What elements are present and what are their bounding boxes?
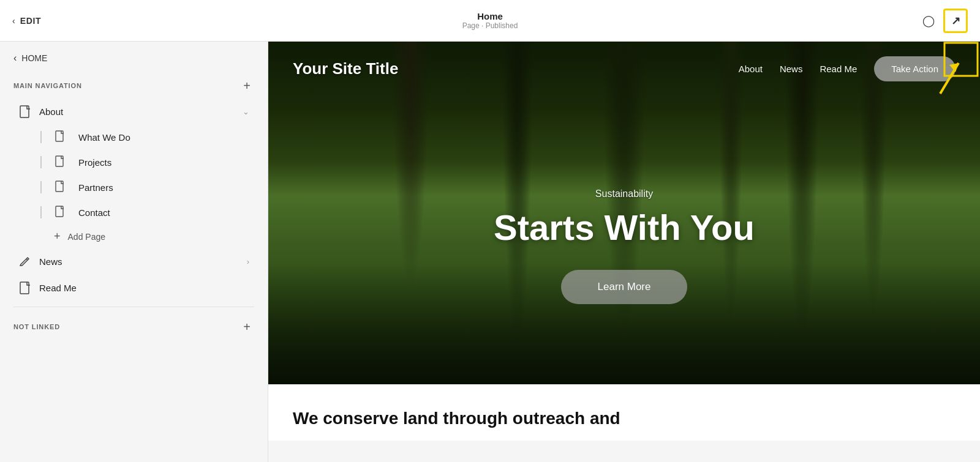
hero-nav-news[interactable]: News [780,64,803,74]
external-link-icon: ↗ [951,14,960,28]
toolbar-right: ◯ ↗ [916,9,968,33]
svg-rect-4 [56,206,63,217]
mobile-preview-button[interactable]: ◯ [916,9,941,33]
preview-area: Your Site Title About News Read Me Take … [268,42,980,462]
page-icon-sub [55,130,65,144]
sidebar-item-news[interactable]: News › [5,248,263,274]
not-linked-section-header: NOT LINKED + [0,313,268,339]
sub-indent-line [40,131,42,143]
hero-take-action-button[interactable]: Take Action [874,56,956,81]
sub-indent-line-2 [40,156,42,168]
hero-nav-about[interactable]: About [739,64,763,74]
page-name: Home [462,11,518,21]
sidebar-subitem-projects[interactable]: Projects [5,150,263,174]
page-icon [18,105,32,118]
page-icon-sub-2 [55,155,65,169]
page-icon-sub-4 [55,206,65,219]
toolbar-left: ‹ EDIT [12,16,41,26]
below-hero-section: We conserve land through outreach and [268,384,980,441]
not-linked-label: NOT LINKED [13,323,60,330]
sidebar-subitem-contact[interactable]: Contact [5,200,263,225]
add-icon: + [243,79,251,93]
hero-section: Your Site Title About News Read Me Take … [268,42,980,384]
hero-nav: Your Site Title About News Read Me Take … [268,42,980,96]
mobile-icon: ◯ [922,14,935,28]
sidebar-item-about-label: About [39,106,235,117]
page-icon-read-me [18,281,32,294]
sidebar-subitem-partners-label: Partners [78,182,113,193]
add-page-button[interactable]: + Add Page [5,225,263,248]
sidebar-item-read-me[interactable]: Read Me [5,275,263,300]
learn-more-button[interactable]: Learn More [561,270,688,304]
external-link-button[interactable]: ↗ [943,9,968,33]
main-nav-label: MAIN NAVIGATION [13,82,82,89]
svg-rect-2 [56,156,63,166]
page-icon-sub-3 [55,181,65,194]
svg-rect-0 [20,106,29,117]
main-nav-section-header: MAIN NAVIGATION + [0,72,268,98]
back-arrow-icon: ‹ [12,16,15,26]
edit-label[interactable]: EDIT [20,16,42,26]
chevron-down-icon: ⌄ [243,107,249,116]
svg-rect-3 [56,181,63,192]
page-status: Page · Published [462,21,518,30]
hero-subtitle: Sustainability [595,188,653,199]
about-subitems: What We Do Projects [0,125,268,248]
sidebar-back-label: HOME [21,53,47,63]
svg-rect-1 [56,131,63,141]
site-title: Your Site Title [293,59,398,78]
sidebar-item-about[interactable]: About ⌄ [5,99,263,124]
not-linked-add-icon: + [243,320,251,334]
sidebar: ‹ HOME MAIN NAVIGATION + About ⌄ [0,42,268,462]
sidebar-subitem-projects-label: Projects [78,157,111,168]
sub-indent-line-3 [40,181,42,193]
sidebar-item-news-label: News [39,256,239,267]
sidebar-back-button[interactable]: ‹ HOME [0,42,268,72]
svg-rect-5 [20,282,29,294]
add-page-label: Add Page [68,232,106,242]
sidebar-subitem-partners[interactable]: Partners [5,175,263,199]
sidebar-subitem-what-we-do[interactable]: What We Do [5,125,263,149]
add-page-plus-icon: + [54,230,61,243]
chevron-right-icon: › [247,257,249,266]
main-nav-add-button[interactable]: + [239,78,254,93]
back-chevron-icon: ‹ [13,53,17,64]
toolbar: ‹ EDIT Home Page · Published ◯ ↗ [0,0,980,42]
below-hero-text: We conserve land through outreach and [293,409,660,428]
main-layout: ‹ HOME MAIN NAVIGATION + About ⌄ [0,42,980,462]
hero-nav-read-me[interactable]: Read Me [820,64,857,74]
sidebar-subitem-contact-label: Contact [78,207,110,218]
sidebar-divider [13,307,254,307]
sidebar-item-read-me-label: Read Me [39,283,249,293]
hero-title: Starts With You [494,207,755,248]
sub-indent-line-4 [40,206,42,218]
not-linked-add-button[interactable]: + [239,319,254,334]
pencil-icon [18,255,32,268]
toolbar-center: Home Page · Published [462,11,518,30]
hero-content: Sustainability Starts With You Learn Mor… [268,96,980,384]
hero-nav-links: About News Read Me Take Action [739,56,956,81]
sub-indent-line-5 [40,231,42,243]
sidebar-subitem-what-we-do-label: What We Do [78,132,130,143]
